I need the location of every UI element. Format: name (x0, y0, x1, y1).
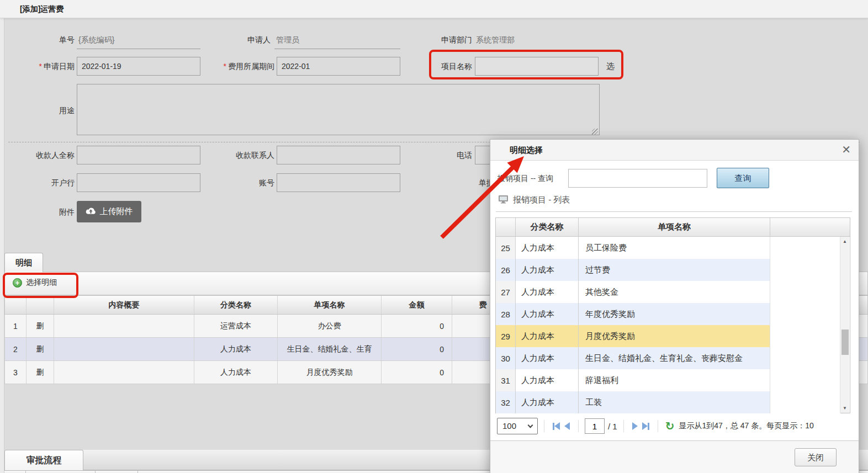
expense-item-table-body: 25 人力成本 员工保险费 26 人力成本 过节费 27 人力成本 其他奖金 (496, 237, 840, 413)
expense-item-row[interactable]: 28 人力成本 年度优秀奖励 (496, 303, 840, 325)
row-number: 27 (496, 281, 516, 303)
pager-last-button[interactable] (642, 422, 649, 430)
row-category: 人力成本 (516, 259, 579, 281)
project-name-label: 项目名称 (403, 61, 472, 72)
pager-first-button[interactable] (553, 422, 560, 430)
bank-input[interactable] (77, 173, 200, 192)
list-title-underline (496, 211, 852, 212)
row-number: 1 (5, 315, 27, 337)
app-screen: [添加]运营费 单号 {系统编码} 申请人 管理员 申请部门 系统管理部 *申请… (0, 0, 868, 473)
plus-icon: + (13, 278, 22, 288)
purpose-label: 用途 (0, 105, 75, 116)
search-label: 报销项目 -- 查询 (497, 174, 553, 184)
applicant-label: 申请人 (200, 34, 271, 45)
delete-row-link[interactable]: 删 (36, 321, 44, 331)
row-number: 30 (496, 347, 516, 369)
applicant-underline (274, 49, 400, 49)
prev-page-icon (564, 422, 570, 430)
table-scrollbar[interactable]: ▲ ▼ (840, 237, 849, 413)
payee-name-input[interactable] (77, 146, 200, 164)
expense-item-table: 分类名称 单项名称 25 人力成本 员工保险费 26 人力成本 过节费 (495, 217, 850, 413)
order-no-underline (77, 49, 200, 49)
first-page-icon (554, 422, 560, 430)
apply-date-label: *申请日期 (0, 61, 75, 72)
delete-row-link[interactable]: 删 (36, 368, 44, 378)
upload-attachment-label: 上传附件 (100, 206, 133, 217)
expense-item-row[interactable]: 31 人力成本 辞退福利 (496, 369, 840, 391)
scroll-up-icon[interactable]: ▲ (840, 239, 849, 244)
header-summary: 内容概要 (54, 296, 194, 314)
search-input[interactable] (568, 169, 707, 188)
textarea-resize-grip[interactable] (592, 129, 598, 135)
row-filler (770, 391, 840, 413)
select-detail-button[interactable]: + 选择明细 (13, 278, 57, 288)
row-item: 办公费 (278, 315, 382, 337)
row-number: 28 (496, 303, 516, 325)
close-icon[interactable]: ✕ (841, 143, 851, 156)
required-mark: * (224, 62, 226, 71)
query-button[interactable]: 查询 (717, 168, 769, 188)
header-item: 单项名称 (579, 218, 770, 236)
close-button[interactable]: 关闭 (795, 448, 837, 466)
header-amount: 金额 (382, 296, 452, 314)
pager-next-button[interactable] (632, 422, 638, 430)
page-size-value: 100 (502, 421, 516, 431)
expense-item-row[interactable]: 27 人力成本 其他奖金 (496, 281, 840, 303)
row-item: 其他奖金 (579, 281, 770, 303)
cloud-upload-icon (86, 207, 96, 216)
apply-date-input[interactable] (77, 57, 200, 76)
account-input[interactable] (277, 173, 400, 192)
page-size-select[interactable]: 100 (497, 418, 538, 434)
account-label: 账号 (200, 177, 274, 188)
header-category: 分类名称 (516, 218, 579, 236)
department-label: 申请部门 (403, 34, 472, 45)
total-pages-text: / 1 (608, 422, 617, 431)
tab-approval-flow[interactable]: 审批流程 (4, 450, 83, 470)
modal-title: 明细选择 (510, 145, 543, 156)
row-amount: 0 (382, 315, 452, 337)
order-no-label: 单号 (0, 34, 75, 45)
row-category: 人力成本 (516, 303, 579, 325)
purpose-textarea[interactable] (77, 84, 600, 135)
pager-prev-button[interactable] (564, 422, 570, 430)
applicant-value: 管理员 (276, 34, 299, 45)
row-item: 月度优秀奖励 (278, 361, 382, 384)
tab-detail[interactable]: 明细 (4, 253, 43, 272)
row-item: 辞退福利 (579, 369, 770, 391)
delete-row-link[interactable]: 删 (36, 344, 44, 354)
refresh-icon[interactable]: ↻ (665, 419, 675, 433)
project-pick-link[interactable]: 选 (606, 61, 615, 72)
expense-item-row[interactable]: 25 人力成本 员工保险费 (496, 237, 840, 259)
left-edge-strip (0, 18, 4, 473)
attachment-label: 附件 (0, 206, 75, 217)
phone-label: 电话 (403, 150, 472, 161)
expense-item-row[interactable]: 32 人力成本 工装 (496, 391, 840, 413)
row-number: 31 (496, 369, 516, 391)
project-name-input[interactable] (475, 57, 599, 76)
expense-item-row[interactable]: 26 人力成本 过节费 (496, 259, 840, 281)
expense-period-input[interactable] (277, 57, 400, 76)
page-number-input[interactable] (585, 418, 605, 434)
modal-footer: 关闭 (490, 440, 859, 473)
row-number: 26 (496, 259, 516, 281)
row-filler (770, 281, 840, 303)
header-rownum (496, 218, 516, 236)
row-item: 生日金、结婚礼金、生育礼金、丧葬安慰金 (579, 347, 770, 369)
row-category: 人力成本 (516, 347, 579, 369)
row-category: 人力成本 (516, 391, 579, 413)
row-number: 29 (496, 325, 516, 347)
page-title: [添加]运营费 (20, 4, 63, 14)
upload-attachment-button[interactable]: 上传附件 (77, 201, 141, 222)
payee-contact-input[interactable] (277, 146, 400, 164)
expense-item-row[interactable]: 30 人力成本 生日金、结婚礼金、生育礼金、丧葬安慰金 (496, 347, 840, 369)
header-filler (770, 218, 850, 236)
scroll-down-icon[interactable]: ▼ (840, 406, 849, 411)
row-category: 运营成本 (194, 315, 278, 337)
row-number: 32 (496, 391, 516, 413)
order-no-value: {系统编码} (78, 34, 114, 45)
monitor-icon (498, 195, 509, 205)
row-category: 人力成本 (516, 281, 579, 303)
scrollbar-thumb[interactable] (841, 329, 849, 355)
modal-titlebar: 明细选择 ✕ (490, 140, 859, 161)
expense-item-row[interactable]: 29 人力成本 月度优秀奖励 (496, 325, 840, 347)
